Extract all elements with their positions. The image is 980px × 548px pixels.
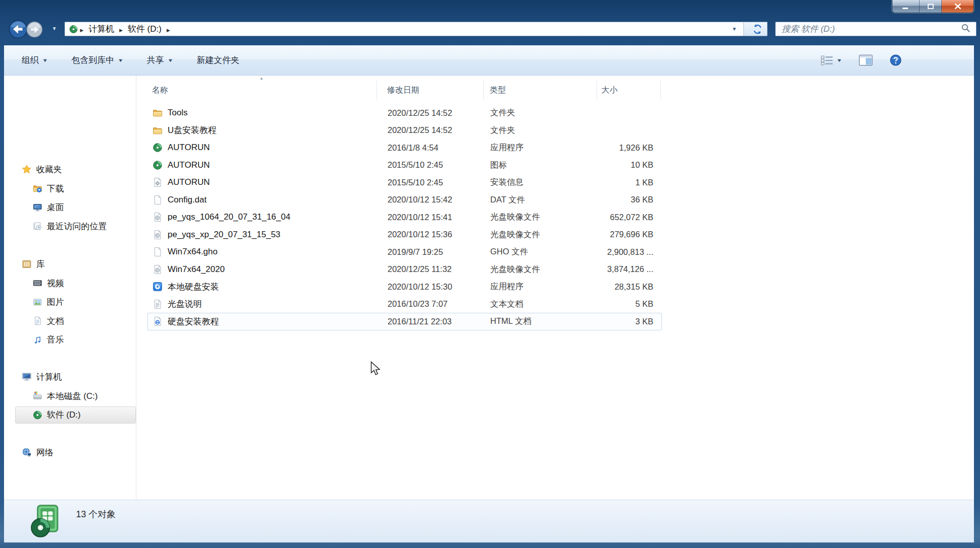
maximize-icon <box>927 3 934 10</box>
toolbar-新建文件夹-button[interactable]: 新建文件夹 <box>191 51 245 70</box>
file-date: 2019/9/7 19:25 <box>378 244 484 260</box>
green-disc-icon <box>153 160 163 170</box>
forward-button[interactable] <box>26 21 43 39</box>
column-header-大小[interactable]: 大小 <box>597 81 661 100</box>
column-header-label: 大小 <box>601 85 618 96</box>
file-name: pe_yqs_1064_20_07_31_16_04 <box>168 212 290 222</box>
file-size: 28,315 KB <box>597 279 661 295</box>
file-row[interactable]: pe_yqs_1064_20_07_31_16_042020/10/12 15:… <box>147 209 662 226</box>
column-header-修改日期[interactable]: 修改日期 <box>377 81 484 100</box>
column-header-类型[interactable]: 类型 <box>484 81 597 100</box>
sidebar-item-最近访问的位置[interactable]: 最近访问的位置 <box>15 218 136 235</box>
sidebar-item-桌面[interactable]: 桌面 <box>15 199 136 216</box>
file-type: DAT 文件 <box>484 192 597 209</box>
folder-icon <box>153 125 163 135</box>
star-icon <box>22 164 32 174</box>
sidebar-item-文档[interactable]: 文档 <box>15 312 136 329</box>
file-name: Win7x64.gho <box>168 247 217 257</box>
file-type: 光盘映像文件 <box>484 209 597 226</box>
location-disk-d-icon <box>69 24 78 34</box>
breadcrumb: ▶计算机▶软件 (D:)▶ <box>78 22 172 36</box>
back-arrow-icon <box>9 20 28 39</box>
file-size: 1 KB <box>597 174 661 191</box>
sidebar-item-下载[interactable]: 下载 <box>15 180 136 197</box>
address-bar[interactable]: ▶计算机▶软件 (D:)▶ ▼ <box>64 22 768 36</box>
file-date: 2020/12/25 14:52 <box>378 105 484 121</box>
green-disc-icon <box>153 143 163 153</box>
file-date: 2020/10/12 15:36 <box>378 227 484 243</box>
file-size: 1,926 KB <box>597 140 661 156</box>
close-button[interactable] <box>942 0 973 13</box>
file-type: 文本文档 <box>484 296 597 313</box>
chevron-down-icon: ▼ <box>168 58 174 63</box>
column-header-label: 名称 <box>152 85 168 96</box>
sidebar-group-计算机[interactable]: 计算机 <box>15 368 136 385</box>
preview-pane-button[interactable] <box>857 52 875 68</box>
magnifier-icon <box>961 23 971 33</box>
sidebar-item-图片[interactable]: 图片 <box>15 294 136 311</box>
file-date: 2016/10/23 7:07 <box>378 296 484 313</box>
file-row[interactable]: U盘安装教程2020/12/25 14:52文件夹 <box>147 122 662 140</box>
generic-file-icon <box>153 247 163 257</box>
sidebar-item-label: 软件 (D:) <box>47 409 81 421</box>
file-row[interactable]: Win7x64.gho2019/9/7 19:25GHO 文件2,900,813… <box>147 243 662 261</box>
file-row[interactable]: Tools2020/12/25 14:52文件夹 <box>147 104 662 122</box>
file-size: 10 KB <box>597 157 661 174</box>
search-button[interactable] <box>960 23 972 35</box>
nav-history-chevron-icon[interactable]: ▼ <box>52 26 57 31</box>
breadcrumb-segment[interactable]: 软件 (D:) <box>125 22 165 36</box>
file-type: 文件夹 <box>484 122 597 139</box>
file-row[interactable]: 光盘说明2016/10/23 7:07文本文档5 KB <box>147 296 662 313</box>
change-view-button[interactable]: ▼ <box>818 53 844 68</box>
column-header-名称[interactable]: ▲名称 <box>147 81 377 100</box>
generic-file-icon <box>153 195 163 205</box>
maximize-button[interactable] <box>920 0 942 13</box>
minimize-icon <box>902 3 909 10</box>
file-row[interactable]: pe_yqs_xp_20_07_31_15_532020/10/12 15:36… <box>147 226 662 244</box>
file-size <box>597 105 661 121</box>
file-row[interactable]: AUTORUN2016/1/8 4:54应用程序1,926 KB <box>147 139 662 157</box>
file-row[interactable]: AUTORUN2015/5/10 2:45安装信息1 KB <box>147 174 662 191</box>
computer-icon <box>22 372 32 382</box>
file-row[interactable]: Config.dat2020/10/12 15:42DAT 文件36 KB <box>147 191 662 209</box>
text-doc-icon <box>153 299 163 309</box>
sidebar-item-软件 (D:)[interactable]: 软件 (D:) <box>15 406 136 424</box>
sidebar-group-网络[interactable]: 网络 <box>15 444 136 461</box>
file-date: 2020/10/12 15:30 <box>378 279 484 295</box>
back-button[interactable] <box>9 20 28 40</box>
folder-download-icon <box>33 184 42 193</box>
file-type: 应用程序 <box>484 279 597 295</box>
breadcrumb-arrow-icon: ▶ <box>78 28 86 33</box>
breadcrumb-segment[interactable]: 计算机 <box>86 22 117 36</box>
sidebar-item-本地磁盘 (C:)[interactable]: 本地磁盘 (C:) <box>15 387 136 404</box>
sidebar-item-视频[interactable]: 视频 <box>15 275 136 292</box>
sidebar-group-库[interactable]: 库 <box>15 255 136 272</box>
file-size: 652,072 KB <box>597 209 661 226</box>
file-row[interactable]: Win7x64_20202020/12/25 11:32光盘映像文件3,874,… <box>147 261 662 279</box>
search-input[interactable] <box>782 24 960 34</box>
help-icon <box>890 54 901 66</box>
forward-arrow-icon <box>26 21 43 38</box>
file-row[interactable]: 本地硬盘安装2020/10/12 15:30应用程序28,315 KB <box>147 278 662 296</box>
address-dropdown-button[interactable]: ▼ <box>725 22 743 36</box>
disk-c-icon <box>33 391 42 401</box>
sidebar-item-label: 音乐 <box>47 334 64 346</box>
views-icon <box>820 55 834 66</box>
file-type: 安装信息 <box>484 174 597 191</box>
disc-image-icon <box>153 264 163 275</box>
sidebar-divider <box>136 76 136 500</box>
help-button[interactable] <box>888 52 903 68</box>
file-type: 应用程序 <box>484 140 597 156</box>
refresh-button[interactable] <box>743 22 767 36</box>
sidebar-group-收藏夹[interactable]: 收藏夹 <box>15 161 136 178</box>
file-name: AUTORUN <box>168 177 210 187</box>
file-row[interactable]: AUTORUN2015/5/10 2:45图标10 KB <box>147 157 662 174</box>
toolbar-组织-button[interactable]: 组织▼ <box>16 51 53 70</box>
file-row[interactable]: 硬盘安装教程2016/11/21 22:03HTML 文档3 KB <box>147 313 662 330</box>
toolbar-共享-button[interactable]: 共享▼ <box>141 51 178 70</box>
sidebar-group-label: 收藏夹 <box>36 164 62 175</box>
sidebar-item-音乐[interactable]: 音乐 <box>15 331 136 349</box>
setup-info-icon <box>153 177 163 187</box>
toolbar-包含到库中-button[interactable]: 包含到库中▼ <box>66 51 128 70</box>
minimize-button[interactable] <box>892 0 920 13</box>
